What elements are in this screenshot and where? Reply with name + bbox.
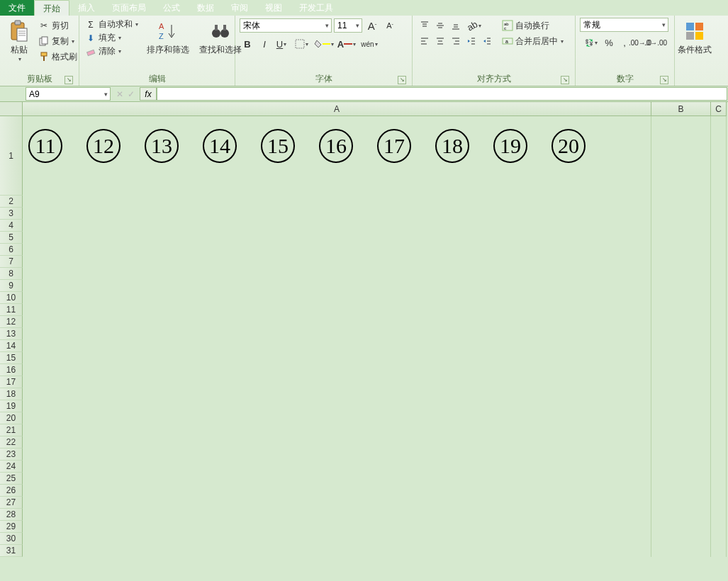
cell[interactable] — [651, 388, 711, 400]
cell[interactable] — [23, 352, 651, 364]
align-center-button[interactable] — [432, 33, 448, 49]
row-header[interactable]: 6 — [0, 244, 23, 256]
cell[interactable] — [651, 436, 711, 449]
cell[interactable] — [711, 497, 727, 509]
row-header[interactable]: 30 — [0, 533, 23, 545]
italic-button[interactable]: I — [257, 36, 272, 52]
cell[interactable] — [711, 352, 727, 364]
column-header[interactable]: A — [23, 102, 651, 116]
tab-formulas[interactable]: 公式 — [155, 0, 189, 16]
row-header[interactable]: 2 — [0, 196, 23, 208]
cell[interactable] — [711, 545, 727, 557]
cell[interactable] — [651, 533, 711, 545]
row-header[interactable]: 7 — [0, 256, 23, 268]
row-header[interactable]: 27 — [0, 497, 23, 509]
row-header[interactable]: 14 — [0, 340, 23, 352]
tab-home[interactable]: 开始 — [34, 0, 69, 16]
cell[interactable] — [651, 268, 711, 280]
sort-filter-button[interactable]: AZ 排序和筛选 — [143, 18, 193, 58]
cell[interactable] — [23, 268, 651, 280]
row-header[interactable]: 4 — [0, 220, 23, 232]
cell[interactable] — [23, 388, 651, 400]
cell[interactable] — [23, 485, 651, 497]
cell[interactable] — [23, 436, 651, 449]
cell[interactable] — [651, 412, 711, 424]
cell[interactable] — [23, 280, 651, 292]
row-header[interactable]: 25 — [0, 473, 23, 485]
tab-view[interactable]: 视图 — [257, 0, 291, 16]
cell[interactable] — [711, 196, 727, 208]
cell[interactable] — [23, 256, 651, 268]
select-all-corner[interactable] — [0, 102, 23, 116]
align-middle-button[interactable] — [432, 18, 448, 33]
cell[interactable] — [711, 340, 727, 352]
cell[interactable] — [651, 497, 711, 509]
cell[interactable]: 11121314151617181920 — [23, 116, 651, 196]
align-left-button[interactable] — [417, 33, 432, 49]
row-header[interactable]: 15 — [0, 352, 23, 364]
cell[interactable] — [651, 316, 711, 328]
row-header[interactable]: 1 — [0, 116, 23, 196]
dialog-launcher-icon[interactable]: ↘ — [398, 76, 406, 84]
row-header[interactable]: 13 — [0, 328, 23, 340]
cell[interactable] — [23, 292, 651, 304]
cell[interactable] — [711, 280, 727, 292]
fill-button[interactable]: ⬇填充▾ — [84, 31, 140, 45]
cell[interactable] — [23, 461, 651, 473]
borders-button[interactable]: ▾ — [291, 36, 312, 52]
cell[interactable] — [23, 316, 651, 328]
name-box[interactable]: A9 — [26, 87, 111, 101]
row-header[interactable]: 10 — [0, 292, 23, 304]
row-header[interactable]: 26 — [0, 485, 23, 497]
cell[interactable] — [651, 280, 711, 292]
formula-input[interactable] — [157, 87, 727, 101]
cell[interactable] — [651, 376, 711, 388]
conditional-format-button[interactable]: 条件格式 — [679, 18, 710, 58]
increase-indent-button[interactable] — [479, 33, 495, 49]
row-header[interactable]: 21 — [0, 424, 23, 436]
bold-button[interactable]: B — [240, 36, 255, 52]
row-header[interactable]: 8 — [0, 268, 23, 280]
paste-button[interactable]: 粘贴 ▾ — [4, 18, 34, 64]
cell[interactable] — [651, 400, 711, 412]
cell[interactable] — [23, 220, 651, 232]
format-painter-button[interactable]: 格式刷 — [37, 50, 79, 64]
cell[interactable] — [23, 473, 651, 485]
cell[interactable] — [651, 220, 711, 232]
cell[interactable] — [23, 412, 651, 424]
cell[interactable] — [651, 485, 711, 497]
fx-button[interactable]: fx — [140, 87, 157, 101]
cell[interactable] — [711, 116, 727, 196]
cell[interactable] — [651, 340, 711, 352]
row-header[interactable]: 29 — [0, 521, 23, 533]
cell[interactable] — [23, 364, 651, 376]
tab-page-layout[interactable]: 页面布局 — [103, 0, 155, 16]
cell[interactable] — [23, 424, 651, 436]
grow-font-button[interactable]: Aˆ — [364, 18, 380, 33]
cell[interactable] — [711, 521, 727, 533]
merge-center-button[interactable]: a合并后居中▾ — [500, 35, 565, 48]
cell[interactable] — [711, 232, 727, 244]
cell[interactable] — [711, 268, 727, 280]
cell[interactable] — [711, 533, 727, 545]
row-header[interactable]: 3 — [0, 208, 23, 220]
row-header[interactable]: 31 — [0, 545, 23, 557]
cell[interactable] — [23, 340, 651, 352]
phonetic-button[interactable]: wén▾ — [359, 36, 380, 52]
column-header[interactable]: B — [651, 102, 711, 116]
cell[interactable] — [23, 509, 651, 521]
cell[interactable] — [651, 473, 711, 485]
decrease-decimal-button[interactable]: .0→.00 — [648, 35, 663, 50]
cell[interactable] — [711, 316, 727, 328]
cell[interactable] — [23, 545, 651, 557]
cell[interactable] — [711, 449, 727, 461]
tab-data[interactable]: 数据 — [189, 0, 223, 16]
row-header[interactable]: 24 — [0, 461, 23, 473]
row-header[interactable]: 16 — [0, 364, 23, 376]
cell[interactable] — [23, 232, 651, 244]
cell[interactable] — [711, 509, 727, 521]
row-header[interactable]: 11 — [0, 304, 23, 316]
cell[interactable] — [23, 521, 651, 533]
row-header[interactable]: 28 — [0, 509, 23, 521]
cell[interactable] — [711, 364, 727, 376]
